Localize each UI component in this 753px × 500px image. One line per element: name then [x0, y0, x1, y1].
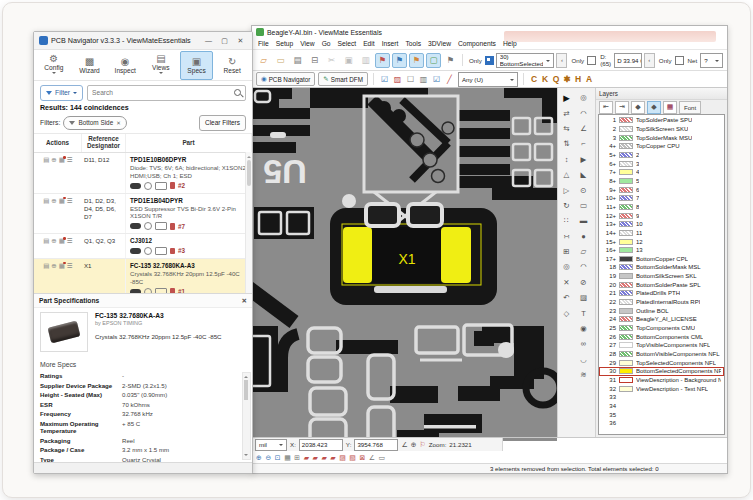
text-tool-icon[interactable]: T: [576, 305, 591, 320]
dcode-value-field[interactable]: D 33.94 63.94 R=3.94: [614, 53, 642, 68]
layer-color-swatch[interactable]: [619, 299, 633, 305]
hatch-rect-icon[interactable]: ▨: [576, 290, 591, 305]
layer-color-swatch[interactable]: [619, 386, 633, 392]
layer-palette-icon[interactable]: ▦: [663, 101, 677, 114]
grid-icon[interactable]: ▦: [284, 454, 291, 461]
layer-row[interactable]: 14+ 11: [599, 229, 724, 238]
layer-row[interactable]: 36: [599, 419, 724, 428]
layer-color-swatch[interactable]: [619, 377, 633, 383]
arc3-tool-icon[interactable]: ◡: [576, 352, 591, 367]
layer-row[interactable]: 4+ TopCopper CPU: [599, 142, 724, 151]
dumbbell-tool-icon[interactable]: ∞: [576, 336, 591, 351]
only-net-checkbox[interactable]: [675, 56, 684, 65]
angle-line-icon[interactable]: ∠: [576, 121, 591, 136]
layer-color-swatch[interactable]: [619, 247, 633, 253]
font-button[interactable]: Font: [679, 101, 701, 114]
prev-layer-button[interactable]: ‹: [556, 53, 567, 68]
pad-dot-icon[interactable]: ⊙: [576, 182, 591, 197]
layer-row[interactable]: 6+ 3: [599, 159, 724, 168]
layer-row[interactable]: 31 ViewDescription - Background NFL: [599, 376, 724, 385]
layer-row[interactable]: 9+ 6: [599, 185, 724, 194]
config-button[interactable]: ⚙ Config: [37, 51, 71, 80]
layer-color-swatch[interactable]: [619, 213, 633, 219]
layer-row[interactable]: 12+ 9: [599, 211, 724, 220]
views-button[interactable]: ▤ Views: [144, 51, 178, 80]
document-icon[interactable]: ▤: [43, 238, 49, 244]
layer-row[interactable]: 27 TopVisibleComponents NFL: [599, 341, 724, 350]
only-d-checkbox[interactable]: [587, 56, 596, 65]
mirror-icon[interactable]: △: [559, 167, 574, 182]
plane-view-icon[interactable]: ▰: [321, 454, 326, 461]
open-icon[interactable]: ▱: [256, 53, 271, 68]
flag-tool-icon[interactable]: ⚑: [443, 53, 458, 68]
scroll-up-icon[interactable]: [244, 374, 248, 378]
smart-dfm-button[interactable]: ✎ Smart DFM: [318, 72, 368, 86]
layer-color-swatch[interactable]: [619, 325, 633, 331]
datasheet-chip-icon[interactable]: [130, 289, 141, 293]
scroll-up-icon[interactable]: [247, 154, 251, 158]
layer-row[interactable]: 19 BottomSilkScreen SKL: [599, 272, 724, 281]
via-tool-icon[interactable]: ◉: [576, 321, 591, 336]
locate-icon[interactable]: ⊕: [51, 238, 56, 244]
layer-color-swatch[interactable]: [619, 143, 633, 149]
polygon-tool-icon[interactable]: ▱: [576, 244, 591, 259]
paste-icon[interactable]: ▥: [358, 53, 373, 68]
rotate-icon[interactable]: ▷: [559, 182, 574, 197]
only-layer-checkbox[interactable]: [485, 56, 494, 65]
clipboard-icon[interactable]: ▦: [59, 263, 65, 269]
layer-row[interactable]: 5+ 2: [599, 151, 724, 160]
scroll-thumb[interactable]: [244, 380, 248, 400]
pin-icon[interactable]: ⚐: [420, 441, 426, 449]
trace-view-icon[interactable]: ▰: [313, 454, 318, 461]
clear-view-icon[interactable]: ⊠: [359, 454, 365, 461]
prev-dcode-button[interactable]: ‹: [644, 53, 655, 68]
show-overlay-checkbox[interactable]: ☑: [379, 74, 390, 85]
layer-color-swatch[interactable]: [619, 316, 633, 322]
swap-horizontal-icon[interactable]: ⇄: [559, 105, 574, 120]
layer-color-swatch[interactable]: [619, 204, 633, 210]
redo-rotate-icon[interactable]: ↻: [559, 198, 574, 213]
layer-row[interactable]: 29 TopSelectedComponents NFL: [599, 358, 724, 367]
scroll-down-icon[interactable]: [244, 454, 248, 458]
pdf-chip-icon[interactable]: [170, 288, 175, 293]
delete-icon[interactable]: ✕: [559, 275, 574, 290]
swap-vertical-icon[interactable]: ⇅: [559, 136, 574, 151]
measure-icon[interactable]: ∠: [369, 454, 375, 461]
highlight-pads-icon[interactable]: ▨: [392, 74, 403, 85]
pdf-chip-icon[interactable]: [170, 182, 175, 189]
layer-row[interactable]: 3 TopSolderMask MSU: [599, 133, 724, 142]
scroll-thumb[interactable]: [247, 160, 251, 186]
close-specs-icon[interactable]: ✕: [242, 297, 247, 305]
layer-row[interactable]: 8+ 5: [599, 177, 724, 186]
search-icon[interactable]: [234, 89, 241, 96]
layer-color-swatch[interactable]: [619, 282, 633, 288]
document-icon[interactable]: ▤: [43, 198, 49, 204]
layer-row[interactable]: 23 Outline BOL: [599, 306, 724, 315]
arc-tool-icon[interactable]: ◠: [576, 105, 591, 120]
layer-row[interactable]: 1 TopSolderPaste SPU: [599, 116, 724, 125]
pcb-canvas[interactable]: U5 X1: [252, 88, 557, 441]
save-icon[interactable]: ▤: [290, 53, 305, 68]
layer-color-swatch[interactable]: [619, 308, 633, 314]
menu-item[interactable]: Edit: [363, 40, 375, 47]
layer-row[interactable]: 15+ 12: [599, 237, 724, 246]
exchange-icon[interactable]: ⇆: [559, 121, 574, 136]
package-chip-icon[interactable]: [155, 288, 167, 293]
group-icon[interactable]: ⊞: [559, 244, 574, 259]
list-icon[interactable]: ☰: [67, 157, 73, 163]
layer-color-icon[interactable]: ◆: [631, 101, 645, 114]
layer-row[interactable]: 16+ 13: [599, 246, 724, 255]
menu-item[interactable]: Go: [322, 40, 331, 47]
pdf-chip-icon[interactable]: [170, 223, 175, 230]
layer-row[interactable]: 13+ 10: [599, 220, 724, 229]
arrow-tool-icon[interactable]: ▶: [576, 152, 591, 167]
layer-row[interactable]: 25 TopComponents CMU: [599, 324, 724, 333]
pcb-navigator-button[interactable]: ◉ PCB Navigator: [256, 72, 315, 86]
layer-color-swatch[interactable]: [619, 221, 633, 227]
layer-color-swatch[interactable]: [619, 351, 633, 357]
layer-row[interactable]: 21 PlatedDrills PTH: [599, 289, 724, 298]
datasheet-chip-icon[interactable]: [130, 248, 141, 254]
clipboard-icon[interactable]: ▦: [59, 198, 65, 204]
locate-icon[interactable]: ⊕: [51, 263, 56, 269]
menu-item[interactable]: Help: [503, 40, 517, 47]
